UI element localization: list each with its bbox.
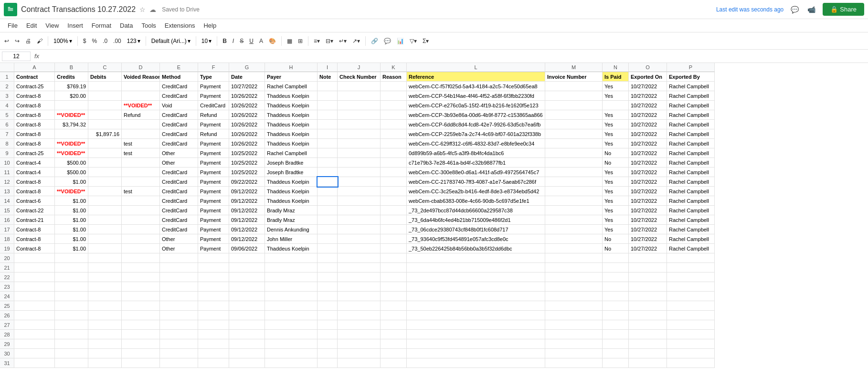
cell-4-L[interactable]: webCem-CCP-e276c0a5-15f2-4f19-b216-fe162…: [407, 101, 545, 110]
row-number[interactable]: 8: [0, 139, 14, 148]
cell-11-N[interactable]: Yes: [603, 168, 629, 177]
cell-23-N[interactable]: [603, 282, 629, 292]
cell-1-O[interactable]: Exported On: [629, 72, 667, 82]
cell-17-K[interactable]: [381, 225, 407, 234]
col-header-n[interactable]: N: [603, 63, 629, 72]
cell-11-B[interactable]: $500.00: [55, 168, 88, 177]
cell-26-B[interactable]: [55, 311, 88, 320]
cell-21-L[interactable]: [407, 263, 545, 273]
cell-4-E[interactable]: Void: [160, 101, 198, 110]
cell-15-D[interactable]: [122, 206, 160, 215]
cell-15-K[interactable]: [381, 206, 407, 215]
cell-30-O[interactable]: [629, 349, 667, 358]
fill-color-button[interactable]: 🎨: [266, 36, 278, 46]
cell-26-G[interactable]: [229, 311, 265, 320]
cell-11-P[interactable]: Rachel Campbell: [667, 168, 715, 177]
cell-3-N[interactable]: Yes: [603, 91, 629, 101]
cell-3-E[interactable]: CreditCard: [160, 91, 198, 101]
cell-25-C[interactable]: [88, 301, 122, 311]
cell-20-M[interactable]: [545, 253, 603, 263]
cell-31-P[interactable]: [667, 358, 715, 368]
cell-6-M[interactable]: [545, 120, 603, 129]
cell-19-F[interactable]: Payment: [198, 244, 229, 253]
cell-1-J[interactable]: Check Number: [338, 72, 381, 82]
comma0-button[interactable]: .0: [100, 36, 110, 46]
cell-3-F[interactable]: Payment: [198, 91, 229, 101]
cell-14-G[interactable]: 09/12/2022: [229, 196, 265, 206]
cell-25-J[interactable]: [338, 301, 381, 311]
row-number[interactable]: 11: [0, 168, 14, 177]
paint-format-button[interactable]: 🖌: [34, 36, 45, 46]
cell-14-I[interactable]: [318, 196, 338, 206]
cell-3-I[interactable]: [318, 91, 338, 101]
cell-22-L[interactable]: [407, 273, 545, 282]
cell-15-F[interactable]: Payment: [198, 206, 229, 215]
cell-25-F[interactable]: [198, 301, 229, 311]
cell-31-I[interactable]: [318, 358, 338, 368]
cell-24-I[interactable]: [318, 292, 338, 301]
cell-6-J[interactable]: [338, 120, 381, 129]
col-header-o[interactable]: O: [629, 63, 667, 72]
cell-7-B[interactable]: [55, 129, 88, 139]
cell-28-A[interactable]: [14, 330, 55, 339]
cell-16-L[interactable]: _73_6da44b6fc4ed4b21bb715009e486f2d1: [407, 215, 545, 225]
cell-7-C[interactable]: $1,897.16: [88, 129, 122, 139]
cell-12-N[interactable]: Yes: [603, 177, 629, 187]
cell-17-C[interactable]: [88, 225, 122, 234]
cell-25-K[interactable]: [381, 301, 407, 311]
cell-28-H[interactable]: [265, 330, 318, 339]
cell-2-B[interactable]: $769.19: [55, 82, 88, 91]
row-number[interactable]: 16: [0, 215, 14, 225]
cell-1-C[interactable]: Debits: [88, 72, 122, 82]
cell-14-M[interactable]: [545, 196, 603, 206]
cell-12-K[interactable]: [381, 177, 407, 187]
cell-12-I[interactable]: [318, 177, 338, 187]
cell-14-L[interactable]: webCem-cbab6383-008e-4c66-90db-5c697d5e1…: [407, 196, 545, 206]
cell-25-O[interactable]: [629, 301, 667, 311]
cell-21-O[interactable]: [629, 263, 667, 273]
cell-29-L[interactable]: [407, 339, 545, 349]
row-number[interactable]: 9: [0, 148, 14, 158]
cell-21-A[interactable]: [14, 263, 55, 273]
cell-1-H[interactable]: Payer: [265, 72, 318, 82]
cell-20-H[interactable]: [265, 253, 318, 263]
cell-14-J[interactable]: [338, 196, 381, 206]
chart-button[interactable]: 📊: [394, 36, 406, 46]
cell-18-E[interactable]: Other: [160, 234, 198, 244]
cell-20-D[interactable]: [122, 253, 160, 263]
cell-27-K[interactable]: [381, 320, 407, 330]
cell-27-P[interactable]: [667, 320, 715, 330]
cell-7-J[interactable]: [338, 129, 381, 139]
cell-1-D[interactable]: Voided Reason: [122, 72, 160, 82]
cell-4-A[interactable]: Contract-8: [14, 101, 55, 110]
row-number[interactable]: 12: [0, 177, 14, 187]
cell-17-G[interactable]: 09/12/2022: [229, 225, 265, 234]
cell-24-M[interactable]: [545, 292, 603, 301]
cell-5-O[interactable]: 10/27/2022: [629, 110, 667, 120]
cell-25-M[interactable]: [545, 301, 603, 311]
cell-23-F[interactable]: [198, 282, 229, 292]
menu-insert[interactable]: Insert: [64, 20, 87, 31]
cell-20-C[interactable]: [88, 253, 122, 263]
cell-19-K[interactable]: [381, 244, 407, 253]
cell-23-A[interactable]: [14, 282, 55, 292]
cell-20-F[interactable]: [198, 253, 229, 263]
cell-1-K[interactable]: Reason: [381, 72, 407, 82]
cell-3-A[interactable]: Contract-8: [14, 91, 55, 101]
cell-28-G[interactable]: [229, 330, 265, 339]
cell-19-L[interactable]: _73_50eb226425b84b56bb0a3b5f32dd6dbc: [407, 244, 545, 253]
cell-10-C[interactable]: [88, 158, 122, 168]
cell-14-K[interactable]: [381, 196, 407, 206]
cell-8-P[interactable]: Rachel Campbell: [667, 139, 715, 148]
cell-3-J[interactable]: [338, 91, 381, 101]
cell-10-H[interactable]: Joseph Bradtke: [265, 158, 318, 168]
cell-12-O[interactable]: 10/27/2022: [629, 177, 667, 187]
cell-28-D[interactable]: [122, 330, 160, 339]
cell-7-N[interactable]: Yes: [603, 129, 629, 139]
cell-15-H[interactable]: Bradly Mraz: [265, 206, 318, 215]
cell-11-C[interactable]: [88, 168, 122, 177]
cell-11-F[interactable]: Payment: [198, 168, 229, 177]
cell-30-I[interactable]: [318, 349, 338, 358]
cell-22-I[interactable]: [318, 273, 338, 282]
cell-8-B[interactable]: **VOIDED**: [55, 139, 88, 148]
